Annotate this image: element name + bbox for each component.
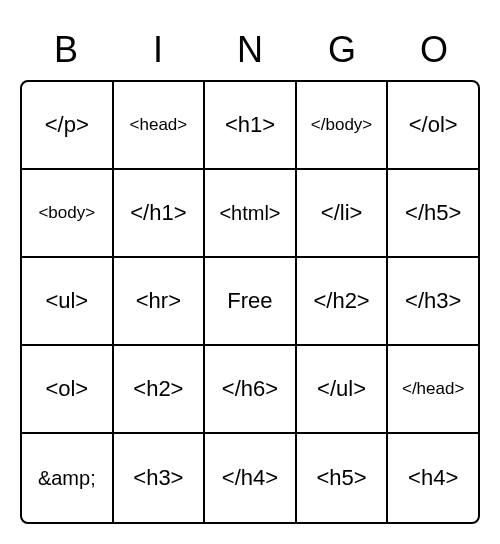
bingo-cell[interactable]: Free	[205, 258, 297, 346]
header-letter-o: O	[388, 29, 480, 71]
bingo-row: <ul><hr>Free</h2></h3>	[22, 258, 478, 346]
bingo-grid: </p><head><h1></body></ol><body></h1><ht…	[20, 80, 480, 524]
bingo-cell[interactable]: &amp;	[22, 434, 114, 522]
bingo-row: &amp;<h3></h4><h5><h4>	[22, 434, 478, 522]
bingo-cell[interactable]: <hr>	[114, 258, 206, 346]
bingo-cell[interactable]: <ul>	[22, 258, 114, 346]
bingo-cell[interactable]: </h5>	[388, 170, 478, 258]
bingo-cell[interactable]: </li>	[297, 170, 389, 258]
bingo-card: B I N G O </p><head><h1></body></ol><bod…	[20, 20, 480, 524]
bingo-cell[interactable]: <ol>	[22, 346, 114, 434]
header-letter-b: B	[20, 29, 112, 71]
bingo-cell[interactable]: </h1>	[114, 170, 206, 258]
bingo-cell[interactable]: <head>	[114, 82, 206, 170]
bingo-cell[interactable]: </ol>	[388, 82, 478, 170]
bingo-cell[interactable]: <html>	[205, 170, 297, 258]
bingo-cell[interactable]: </h3>	[388, 258, 478, 346]
header-letter-g: G	[296, 29, 388, 71]
bingo-cell[interactable]: </h4>	[205, 434, 297, 522]
bingo-row: <ol><h2></h6></ul></head>	[22, 346, 478, 434]
bingo-cell[interactable]: <body>	[22, 170, 114, 258]
bingo-cell[interactable]: </head>	[388, 346, 478, 434]
bingo-cell[interactable]: <h4>	[388, 434, 478, 522]
bingo-cell[interactable]: </body>	[297, 82, 389, 170]
bingo-cell[interactable]: <h2>	[114, 346, 206, 434]
bingo-cell[interactable]: </h6>	[205, 346, 297, 434]
header-letter-i: I	[112, 29, 204, 71]
bingo-row: </p><head><h1></body></ol>	[22, 82, 478, 170]
bingo-header: B I N G O	[20, 20, 480, 80]
bingo-cell[interactable]: <h1>	[205, 82, 297, 170]
bingo-row: <body></h1><html></li></h5>	[22, 170, 478, 258]
header-letter-n: N	[204, 29, 296, 71]
bingo-cell[interactable]: </h2>	[297, 258, 389, 346]
bingo-cell[interactable]: <h3>	[114, 434, 206, 522]
bingo-cell[interactable]: </p>	[22, 82, 114, 170]
bingo-cell[interactable]: </ul>	[297, 346, 389, 434]
bingo-cell[interactable]: <h5>	[297, 434, 389, 522]
